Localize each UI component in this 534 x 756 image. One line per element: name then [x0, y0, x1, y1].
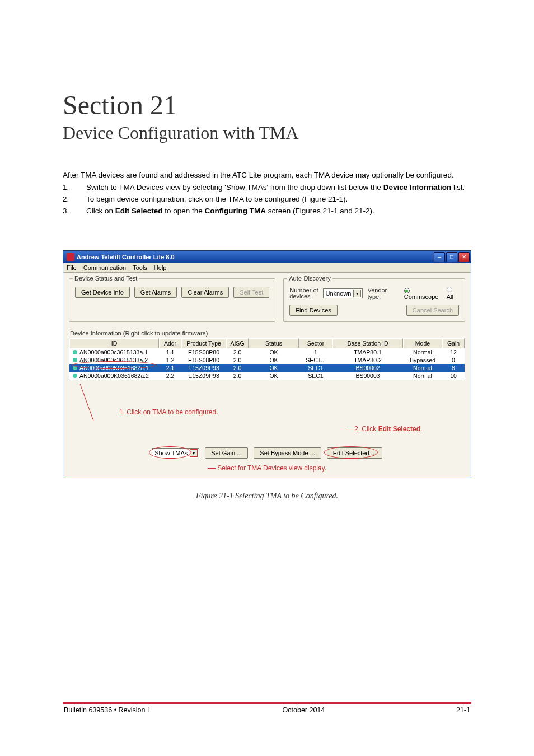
col-status[interactable]: Status	[249, 338, 299, 348]
col-mode[interactable]: Mode	[403, 338, 442, 348]
annotation-click-edit: 2. Click Edit Selected.	[354, 425, 422, 433]
device-status-group: Device Status and Test Get Device Info G…	[69, 278, 275, 323]
get-alarms-button[interactable]: Get Alarms	[134, 287, 177, 298]
menu-file[interactable]: File	[67, 264, 77, 271]
view-selector-dropdown[interactable]: Show TMAs ▾	[152, 448, 199, 458]
device-table: ID Addr Product Type AISG Status Sector …	[69, 338, 465, 380]
app-window: Andrew Teletilt Controller Lite 8.0 – □ …	[63, 250, 471, 479]
cancel-search-button[interactable]: Cancel Search	[406, 305, 459, 316]
table-row[interactable]: AN0000a000c3615133a.21.2E15S08P802.0OKSE…	[69, 356, 465, 364]
step-2: 2. To begin device configuration, click …	[63, 194, 471, 205]
minimize-button[interactable]: –	[434, 252, 445, 262]
dropdown-arrow-icon: ▾	[353, 290, 361, 297]
step-3-after: screen (Figures 21-1 and 21-2).	[266, 207, 374, 215]
table-header: ID Addr Product Type AISG Status Sector …	[69, 338, 465, 348]
intro-text: After TMA devices are found and addresse…	[63, 170, 471, 180]
step-3-bold2: Configuring TMA	[205, 207, 266, 215]
maximize-button[interactable]: □	[446, 252, 457, 262]
menu-help[interactable]: Help	[154, 264, 167, 271]
vendor-all-radio[interactable]: All	[447, 287, 459, 300]
menu-tools[interactable]: Tools	[133, 264, 147, 271]
set-bypass-button[interactable]: Set Bypass Mode ...	[254, 447, 321, 459]
clear-alarms-button[interactable]: Clear Alarms	[181, 287, 229, 298]
app-logo-icon	[67, 253, 74, 261]
status-dot-icon	[73, 358, 77, 362]
vendor-commscope-label: Commscope	[404, 293, 439, 300]
step-1: 1. Switch to TMA Devices view by selecti…	[63, 183, 471, 193]
radio-unchecked-icon	[447, 287, 452, 292]
col-bsid[interactable]: Base Station ID	[332, 338, 403, 348]
col-aisg[interactable]: AISG	[226, 338, 249, 348]
step-2-number: 2.	[63, 194, 68, 205]
footer-rule	[63, 702, 471, 704]
step-3-before: Click on	[86, 207, 115, 215]
annotation-select-display: Select for TMA Devices view display.	[69, 464, 465, 472]
footer-right: 21-1	[456, 706, 470, 714]
menu-communication[interactable]: Communication	[83, 264, 126, 271]
step-1-bold: Device Information	[383, 183, 452, 192]
annotation-line-1	[80, 384, 94, 421]
self-test-button[interactable]: Self Test	[233, 287, 269, 298]
device-info-label: Device Information (Right click to updat…	[70, 330, 465, 337]
figure-caption: Figure 21-1 Selecting TMA to be Configur…	[63, 492, 471, 501]
get-device-info-button[interactable]: Get Device Info	[75, 287, 130, 298]
step-3-number: 3.	[63, 206, 68, 217]
device-status-legend: Device Status and Test	[73, 275, 139, 282]
section-number-heading: Section 21	[63, 90, 471, 120]
col-id[interactable]: ID	[69, 338, 159, 348]
footer-left: Bulletin 639536 • Revision L	[64, 706, 151, 714]
status-dot-icon	[73, 374, 77, 378]
numdev-value: Unknown	[326, 290, 352, 297]
numdev-dropdown[interactable]: Unknown ▾	[323, 288, 363, 298]
step-1-number: 1.	[63, 183, 68, 193]
titlebar: Andrew Teletilt Controller Lite 8.0 – □ …	[63, 251, 471, 263]
col-sector[interactable]: Sector	[299, 338, 332, 348]
auto-discovery-legend: Auto-Discovery	[287, 275, 332, 282]
status-dot-icon	[73, 350, 77, 354]
step-3: 3. Click on Edit Selected to open the Co…	[63, 206, 471, 217]
app-title: Andrew Teletilt Controller Lite 8.0	[67, 253, 175, 261]
numdev-label: Number of devices	[289, 287, 318, 300]
menubar: File Communication Tools Help	[63, 263, 471, 273]
step-3-mid: to open the	[163, 207, 205, 215]
section-subtitle: Device Configuration with TMA	[63, 123, 471, 143]
auto-discovery-group: Auto-Discovery Number of devices Unknown…	[283, 278, 465, 323]
view-selector-value: Show TMAs	[154, 450, 188, 456]
close-button[interactable]: ✕	[458, 252, 470, 262]
vendor-label: Vendor type:	[367, 287, 399, 300]
col-addr[interactable]: Addr	[159, 338, 181, 348]
app-title-text: Andrew Teletilt Controller Lite 8.0	[77, 254, 175, 260]
table-row[interactable]: AN0000a000K0361682a.22.2E15Z09P932.0OKSE…	[69, 372, 465, 380]
step-2-text: To begin device configuration, click on …	[86, 194, 348, 205]
annotation-line-3	[208, 468, 216, 469]
find-devices-button[interactable]: Find Devices	[289, 305, 338, 316]
annotation-click-tma: 1. Click on TMA to be configured.	[119, 408, 218, 416]
col-product-type[interactable]: Product Type	[181, 338, 226, 348]
vendor-commscope-radio[interactable]: Commscope	[404, 287, 442, 301]
col-gain[interactable]: Gain	[442, 338, 465, 348]
step-1-text-after: list.	[451, 183, 465, 192]
radio-checked-icon	[404, 288, 410, 293]
step-1-text-before: Switch to TMA Devices view by selecting …	[86, 183, 383, 192]
set-gain-button[interactable]: Set Gain ...	[205, 447, 248, 459]
step-3-bold1: Edit Selected	[115, 207, 163, 215]
vendor-all-label: All	[447, 293, 453, 300]
dropdown-arrow-icon: ▾	[190, 449, 198, 457]
table-row[interactable]: AN0000a000K0361682a.12.1E15Z09P932.0OKSE…	[69, 364, 465, 372]
annotation-line-2	[346, 430, 354, 430]
edit-selected-button[interactable]: Edit Selected ...	[327, 447, 382, 459]
page-footer: Bulletin 639536 • Revision L October 201…	[63, 706, 471, 714]
status-dot-icon	[73, 366, 77, 370]
table-row[interactable]: AN0000a000c3615133a.11.1E15S08P802.0OK1T…	[69, 348, 465, 356]
footer-center: October 2014	[283, 706, 325, 714]
